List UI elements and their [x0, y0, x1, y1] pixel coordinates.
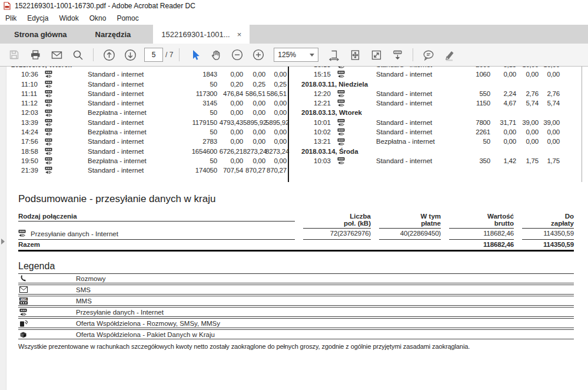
- netto-value: 0,00: [217, 108, 243, 117]
- call-time: 11:10: [21, 80, 41, 89]
- brutto-value: 2,76: [516, 89, 539, 98]
- toolbar-divider: [93, 48, 94, 61]
- data-transfer-icon: [45, 148, 54, 155]
- brutto-value: 0,00: [516, 70, 539, 79]
- data-transfer-icon: [337, 119, 347, 126]
- tariff-label: Standard - internet: [88, 118, 164, 127]
- document-tab-label: 1522169301-1001...: [161, 30, 230, 39]
- data-transfer-icon: [337, 71, 347, 78]
- zoom-out-button[interactable]: [227, 46, 248, 64]
- document-view: 2018.03.06, Wtorek 10:36 Standard - inte…: [0, 67, 588, 390]
- legend-item: SMS: [18, 285, 574, 295]
- data-transfer-icon: [337, 67, 347, 68]
- email-button[interactable]: [46, 46, 67, 64]
- shared-voice-icon: [19, 320, 30, 327]
- summary-col-type: Rodzaj połączenia: [18, 213, 295, 222]
- menu-okno[interactable]: Okno: [84, 13, 112, 24]
- tariff-label: Standard - internet: [376, 118, 443, 127]
- data-transfer-icon: [18, 230, 26, 238]
- usage-row: 13:21 Bezpłatna - internet 50 0,00 0,00 …: [299, 137, 583, 146]
- summary-total-row: Razem 118682,46 114350,59: [18, 240, 574, 252]
- call-time: 12:21: [314, 98, 334, 108]
- zaplata-value: 0,00: [539, 70, 560, 79]
- total-label: Razem: [18, 240, 295, 250]
- call-time: 18:58: [21, 147, 41, 156]
- call-time: 12:20: [314, 89, 334, 98]
- data-transfer-icon: [337, 157, 347, 164]
- brutto-value: 0,00: [243, 156, 265, 166]
- netto-value: 0,00: [490, 127, 516, 137]
- menu-widok[interactable]: Widok: [54, 13, 84, 24]
- usage-row: 10:36 Standard - internet 1843 0,00 0,00…: [6, 70, 288, 79]
- search-button[interactable]: [67, 46, 88, 64]
- legend-item: Oferta Współdzielona - Pakiet Danych w K…: [18, 329, 574, 339]
- call-time: 15:15: [314, 70, 334, 79]
- zaplata-value: 0,25: [265, 80, 287, 89]
- netto-value: 4793,43: [217, 118, 243, 127]
- next-page-button[interactable]: [119, 46, 141, 64]
- call-time: 14:24: [21, 127, 41, 137]
- zoom-level-select[interactable]: 125%: [274, 48, 318, 62]
- kb-value: 7800: [443, 118, 490, 127]
- usage-row: 13:39 Standard - internet 1179150 4793,4…: [6, 118, 288, 127]
- menu-plik[interactable]: Plik: [0, 13, 22, 24]
- zaplata-value: 0,00: [265, 70, 287, 79]
- tab-tools[interactable]: Narzędzia: [81, 25, 145, 44]
- summary-data-row: Przesyłanie danych - Internet 72(2376297…: [18, 229, 574, 240]
- save-button[interactable]: [4, 46, 25, 64]
- scroll-mode-button[interactable]: [387, 46, 408, 64]
- fit-width-button[interactable]: [323, 46, 344, 64]
- usage-row: 12:20 Standard - internet 550 2,24 2,76 …: [299, 89, 583, 98]
- tab-home[interactable]: Strona główna: [0, 25, 81, 44]
- legend-item: Oferta Współdzielona - Rozmowy, SMSy, MM…: [18, 318, 574, 328]
- previous-page-button[interactable]: [98, 46, 119, 64]
- date-label: 2018.03.13, Wtorek: [301, 108, 362, 117]
- zaplata-value: 1,75: [539, 156, 560, 166]
- page-number-input[interactable]: [144, 48, 163, 62]
- zaplata-value: 586,51: [265, 89, 287, 98]
- netto-value: 2,24: [490, 89, 516, 98]
- close-tab-icon[interactable]: ×: [237, 31, 242, 38]
- menu-pomoc[interactable]: Pomoc: [111, 13, 144, 24]
- fit-page-button[interactable]: [344, 46, 366, 64]
- tariff-label: Standard - internet: [376, 156, 443, 166]
- chevron-down-icon: [310, 54, 314, 57]
- tariff-label: Standard - internet: [376, 98, 443, 108]
- menu-edycja[interactable]: Edycja: [22, 13, 54, 24]
- brutto-value: 0,00: [243, 127, 265, 137]
- netto-value: 31,71: [490, 118, 516, 127]
- summary-title: Podsumowanie - przesyłanie danych w kraj…: [18, 193, 574, 205]
- data-transfer-icon: [337, 128, 347, 135]
- tab-document[interactable]: 1522169301-1001... ×: [153, 25, 250, 44]
- data-transfer-icon: [45, 110, 54, 117]
- zoom-in-button[interactable]: [248, 46, 269, 64]
- page-count-label: / 7: [165, 51, 173, 59]
- print-button[interactable]: [25, 46, 46, 64]
- mms-icon: MMS: [19, 298, 30, 305]
- select-tool-button[interactable]: [184, 46, 205, 64]
- call-time: 19:50: [21, 156, 41, 166]
- netto-value: 0,00: [217, 70, 243, 79]
- usage-row: 15:15 Standard - internet 1060 0,00 0,00…: [299, 70, 583, 79]
- zaplata-value: 5895,92: [265, 118, 287, 127]
- brutto-value: 39,00: [516, 118, 539, 127]
- netto-value: 6726,21: [217, 147, 243, 156]
- tariff-label: Standard - internet: [88, 89, 164, 98]
- call-time: 10:01: [314, 118, 334, 127]
- kb-value: 50: [164, 156, 217, 166]
- highlighter-button[interactable]: [439, 46, 460, 64]
- comment-button[interactable]: [418, 46, 439, 64]
- hand-tool-button[interactable]: [205, 46, 227, 64]
- expand-nav-pane-button[interactable]: [1, 239, 5, 244]
- kb-value: 3145: [164, 98, 217, 108]
- call-time: 11:11: [21, 89, 41, 98]
- phone-icon: [19, 275, 30, 282]
- summary-col-platne: W tympłatne: [379, 213, 441, 229]
- acrobat-window: 1522169301-1001-16730.pdf - Adobe Acroba…: [0, 0, 588, 390]
- brutto-value: 0,00: [516, 137, 539, 146]
- netto-value: 0,00: [217, 98, 243, 108]
- fullscreen-button[interactable]: [366, 46, 387, 64]
- usage-row: 19:50 Bezpłatna - internet 50 0,00 0,00 …: [6, 156, 288, 166]
- summary-col-zaplaty: Dozapłaty: [522, 213, 574, 229]
- data-transfer-icon: [45, 100, 54, 107]
